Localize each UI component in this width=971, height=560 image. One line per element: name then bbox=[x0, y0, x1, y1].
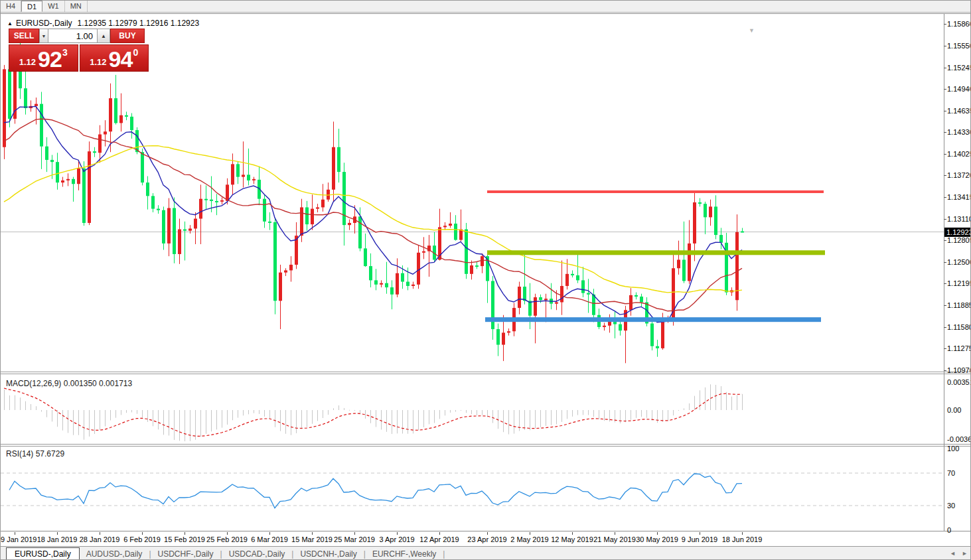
macd-histogram-bar bbox=[328, 410, 329, 415]
candle-body bbox=[523, 287, 526, 301]
date-axis-tick bbox=[57, 532, 58, 535]
date-axis-tick bbox=[15, 532, 15, 535]
candle-body bbox=[714, 206, 717, 235]
candle-wick bbox=[423, 237, 424, 259]
candle-body bbox=[581, 280, 585, 293]
macd-histogram-bar bbox=[386, 410, 387, 432]
date-axis[interactable]: 9 Jan 201918 Jan 201928 Jan 20196 Feb 20… bbox=[1, 531, 971, 545]
symbol-tab-eurusd[interactable]: EURUSD-,Daily bbox=[6, 547, 80, 560]
timeframe-tab-w1[interactable]: W1 bbox=[42, 1, 65, 12]
macd-signal-line bbox=[4, 388, 742, 436]
candle-body bbox=[35, 104, 38, 106]
candle-body bbox=[50, 160, 54, 162]
macd-histogram-bar bbox=[115, 410, 116, 418]
candle-doji bbox=[215, 201, 218, 202]
sell-button[interactable]: SELL bbox=[9, 29, 39, 43]
buy-price-box[interactable]: 1.12940 bbox=[80, 44, 149, 72]
date-axis-label: 3 Apr 2019 bbox=[376, 535, 418, 543]
macd-histogram-bar bbox=[110, 410, 111, 421]
macd-histogram-bar bbox=[142, 410, 143, 418]
mid-level-line[interactable] bbox=[487, 250, 825, 255]
macd-histogram-bar bbox=[429, 410, 429, 424]
symbol-tab-usdchf[interactable]: USDCHF-,Daily bbox=[151, 548, 220, 560]
macd-histogram-bar bbox=[312, 410, 313, 424]
volume-decrease-button[interactable]: ▼ bbox=[39, 29, 48, 43]
candle-doji bbox=[475, 265, 479, 267]
timeframe-tab-mn[interactable]: MN bbox=[65, 1, 88, 12]
symbol-tab-usdcad[interactable]: USDCAD-,Daily bbox=[222, 548, 292, 560]
macd-histogram-bar bbox=[163, 410, 164, 435]
date-axis-label: 25 Mar 2019 bbox=[333, 535, 376, 543]
volume-increase-button[interactable]: ▲ bbox=[97, 29, 110, 43]
price-axis-tick bbox=[944, 283, 946, 284]
price-axis-label: 1.15245 bbox=[947, 64, 971, 72]
price-axis-tick bbox=[944, 197, 946, 198]
macd-histogram-bar bbox=[232, 410, 233, 420]
macd-histogram-bar bbox=[423, 410, 424, 427]
candle-body bbox=[544, 299, 548, 300]
symbol-tab-eurchf[interactable]: EURCHF-,Weekly bbox=[366, 548, 443, 560]
macd-histogram-bar bbox=[418, 410, 419, 430]
macd-histogram-bar bbox=[338, 405, 339, 410]
macd-histogram-bar bbox=[15, 395, 15, 410]
tab-scroll-right-icon[interactable]: ► bbox=[962, 550, 968, 557]
chart-shift-marker-icon[interactable]: ▼ bbox=[749, 27, 755, 34]
candle-body bbox=[263, 199, 266, 222]
macd-histogram-bar bbox=[211, 410, 212, 431]
candle-wick bbox=[36, 98, 37, 125]
macd-histogram-bar bbox=[200, 410, 201, 437]
candle-body bbox=[635, 295, 638, 297]
rsi-axis-label: 30 bbox=[947, 502, 955, 510]
candle-body bbox=[576, 275, 579, 280]
date-axis-tick bbox=[530, 532, 530, 535]
candle-body bbox=[449, 224, 452, 226]
price-axis-label: 1.11275 bbox=[947, 344, 971, 352]
candle-body bbox=[273, 222, 277, 301]
sell-price-box[interactable]: 1.12923 bbox=[9, 44, 78, 72]
candle-body bbox=[130, 117, 133, 130]
timeframe-tab-d1[interactable]: D1 bbox=[21, 1, 42, 12]
buy-button[interactable]: BUY bbox=[110, 29, 145, 43]
candle-body bbox=[316, 207, 319, 208]
macd-histogram-bar bbox=[450, 410, 451, 413]
ma-slow-yellow bbox=[4, 146, 742, 293]
macd-histogram-bar bbox=[434, 410, 435, 423]
resistance-line[interactable] bbox=[487, 190, 824, 193]
timeframe-tab-h4[interactable]: H4 bbox=[1, 1, 21, 12]
macd-histogram-bar bbox=[89, 410, 90, 437]
macd-histogram-bar bbox=[73, 410, 74, 435]
macd-histogram-bar bbox=[652, 410, 652, 421]
macd-histogram-bar bbox=[631, 410, 631, 420]
candle-body bbox=[656, 346, 659, 348]
symbol-collapse-icon[interactable]: ▲ bbox=[7, 21, 13, 27]
chevron-up-icon: ▲ bbox=[101, 33, 106, 39]
volume-input[interactable] bbox=[48, 29, 97, 43]
candle-body bbox=[157, 209, 160, 210]
candle-body bbox=[417, 253, 420, 285]
price-axis-label: 1.12500 bbox=[947, 258, 971, 266]
candle-body bbox=[385, 283, 388, 287]
macd-histogram-bar bbox=[737, 395, 737, 410]
macd-histogram-bar bbox=[715, 385, 716, 410]
macd-histogram-bar bbox=[668, 410, 668, 421]
macd-histogram-bar bbox=[572, 410, 573, 417]
date-axis-label: 9 Jun 2019 bbox=[678, 535, 721, 543]
support-line[interactable] bbox=[485, 317, 821, 322]
price-axis-tick bbox=[944, 219, 946, 220]
pane-splitter-rsi[interactable] bbox=[1, 444, 971, 447]
pane-splitter-macd[interactable] bbox=[1, 372, 971, 374]
price-axis-tick bbox=[944, 154, 946, 155]
candle-body bbox=[688, 244, 691, 281]
macd-histogram-bar bbox=[291, 410, 291, 435]
candle-wick bbox=[206, 185, 206, 209]
tab-scroll-left-icon[interactable]: ◄ bbox=[950, 550, 956, 557]
candle-body bbox=[539, 297, 542, 300]
date-axis-label: 30 May 2019 bbox=[636, 535, 678, 543]
candle-body bbox=[178, 230, 181, 254]
ma-mid-red bbox=[4, 119, 742, 311]
symbol-tab-audusd[interactable]: AUDUSD-,Daily bbox=[80, 548, 149, 560]
symbol-tab-usdcnh[interactable]: USDCNH-,Daily bbox=[293, 548, 363, 560]
macd-histogram-bar bbox=[62, 410, 63, 431]
price-axis-tick bbox=[944, 68, 946, 68]
candle-body bbox=[135, 130, 139, 152]
